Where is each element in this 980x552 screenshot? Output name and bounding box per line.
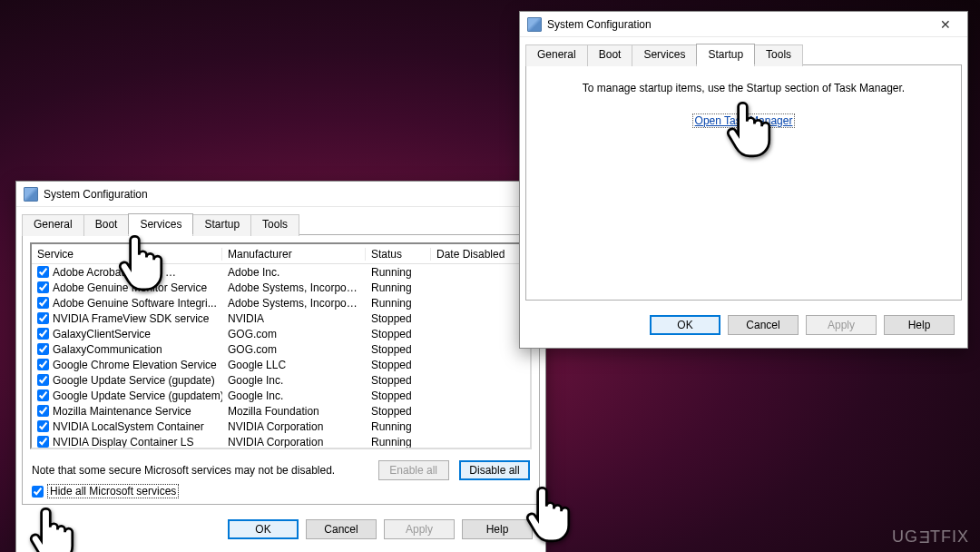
tab-services[interactable]: Services <box>128 213 193 235</box>
col-status[interactable]: Status <box>366 248 431 261</box>
service-row[interactable]: Google Update Service (gupdate)Google In… <box>32 372 530 388</box>
service-name: GalaxyClientService <box>53 328 151 340</box>
tab-general[interactable]: General <box>22 214 84 236</box>
service-name: NVIDIA Display Container LS <box>53 436 193 448</box>
startup-page: To manage startup items, use the Startup… <box>525 64 962 301</box>
service-manufacturer: NVIDIA Corporation <box>222 436 366 448</box>
tab-boot[interactable]: Boot <box>83 214 130 236</box>
service-manufacturer: GOG.com <box>222 328 366 340</box>
service-name: Adobe Genuine Software Integri... <box>53 297 217 310</box>
ok-button[interactable]: OK <box>228 519 299 539</box>
service-status: Stopped <box>366 328 431 340</box>
service-status: Stopped <box>366 343 431 356</box>
service-checkbox[interactable] <box>37 312 49 324</box>
help-button[interactable]: Help <box>884 315 955 335</box>
service-checkbox[interactable] <box>37 328 49 340</box>
startup-message: To manage startup items, use the Startup… <box>526 65 961 98</box>
tab-tools[interactable]: Tools <box>754 44 803 66</box>
service-checkbox[interactable] <box>37 266 49 278</box>
service-row[interactable]: Adobe Acrobat Update …Adobe Inc.Running <box>32 264 530 280</box>
service-name: Adobe Acrobat Update … <box>53 266 176 279</box>
service-manufacturer: Adobe Systems, Incorpora... <box>222 281 366 294</box>
col-date-disabled[interactable]: Date Disabled <box>431 248 520 261</box>
col-service[interactable]: Service <box>32 248 222 261</box>
service-row[interactable]: Google Update Service (gupdatem)Google I… <box>32 388 530 403</box>
service-name: Adobe Genuine Monitor Service <box>53 281 207 294</box>
help-button[interactable]: Help <box>462 519 533 539</box>
service-name: Mozilla Maintenance Service <box>53 405 191 418</box>
service-manufacturer: NVIDIA <box>222 312 366 325</box>
service-status: Running <box>366 281 431 294</box>
service-status: Stopped <box>366 389 431 402</box>
col-manufacturer[interactable]: Manufacturer <box>222 248 366 261</box>
cancel-button[interactable]: Cancel <box>306 519 377 539</box>
dialog-buttons: OK Cancel Apply Help <box>520 306 967 348</box>
apply-button[interactable]: Apply <box>806 315 877 335</box>
service-manufacturer: NVIDIA Corporation <box>222 420 366 433</box>
service-name: Google Update Service (gupdate) <box>53 374 215 387</box>
service-row[interactable]: Mozilla Maintenance ServiceMozilla Found… <box>32 403 530 419</box>
service-row[interactable]: GalaxyCommunicationGOG.comStopped <box>32 341 530 357</box>
service-row[interactable]: NVIDIA FrameView SDK serviceNVIDIAStoppe… <box>32 310 530 326</box>
service-row[interactable]: Adobe Genuine Monitor ServiceAdobe Syste… <box>32 280 530 295</box>
tab-startup[interactable]: Startup <box>696 44 755 65</box>
titlebar[interactable]: System Configuration ✕ <box>520 12 967 37</box>
tab-boot[interactable]: Boot <box>587 44 633 66</box>
service-row[interactable]: NVIDIA Display Container LSNVIDIA Corpor… <box>32 434 530 449</box>
service-checkbox[interactable] <box>37 389 49 401</box>
ok-button[interactable]: OK <box>650 315 720 335</box>
service-name: Google Chrome Elevation Service <box>53 359 217 371</box>
service-checkbox[interactable] <box>37 420 49 432</box>
window-title: System Configuration <box>44 188 542 201</box>
system-configuration-window-startup: System Configuration ✕ General Boot Serv… <box>519 11 968 349</box>
service-checkbox[interactable] <box>37 374 49 386</box>
service-row[interactable]: GalaxyClientServiceGOG.comStopped <box>32 326 530 341</box>
service-checkbox[interactable] <box>37 281 49 293</box>
enable-all-button[interactable]: Enable all <box>378 460 449 480</box>
service-row[interactable]: NVIDIA LocalSystem ContainerNVIDIA Corpo… <box>32 419 530 434</box>
disable-all-button[interactable]: Disable all <box>459 460 530 480</box>
service-row[interactable]: Google Chrome Elevation ServiceGoogle LL… <box>32 357 530 372</box>
hide-ms-services-checkbox[interactable] <box>32 486 44 498</box>
msconfig-icon <box>527 17 542 32</box>
service-status: Stopped <box>366 405 431 418</box>
service-status: Stopped <box>366 374 431 387</box>
tab-services[interactable]: Services <box>632 44 697 66</box>
service-checkbox[interactable] <box>37 436 49 448</box>
services-page: Service Manufacturer Status Date Disable… <box>22 234 540 505</box>
service-name: GalaxyCommunication <box>53 343 162 356</box>
service-status: Running <box>366 420 431 433</box>
service-row[interactable]: Adobe Genuine Software Integri...Adobe S… <box>32 295 530 310</box>
service-manufacturer: Google Inc. <box>222 389 366 402</box>
tab-general[interactable]: General <box>525 44 588 66</box>
services-columns[interactable]: Service Manufacturer Status Date Disable… <box>32 244 530 264</box>
hide-ms-services-label[interactable]: Hide all Microsoft services <box>47 484 179 498</box>
service-status: Stopped <box>366 359 431 371</box>
services-list[interactable]: Service Manufacturer Status Date Disable… <box>30 242 532 449</box>
service-status: Running <box>366 297 431 310</box>
close-button[interactable]: ✕ <box>927 12 964 37</box>
service-status: Stopped <box>366 312 431 325</box>
service-checkbox[interactable] <box>37 405 49 417</box>
cancel-button[interactable]: Cancel <box>728 315 799 335</box>
service-name: Google Update Service (gupdatem) <box>53 389 222 402</box>
service-manufacturer: Google LLC <box>222 359 366 371</box>
service-checkbox[interactable] <box>37 297 49 309</box>
open-task-manager-link[interactable]: Open Task Manager <box>692 113 796 128</box>
watermark: UGETFIX <box>892 527 969 547</box>
close-icon: ✕ <box>940 17 951 32</box>
msconfig-icon <box>24 187 38 202</box>
service-checkbox[interactable] <box>37 343 49 355</box>
service-manufacturer: Adobe Systems, Incorpora... <box>222 297 366 310</box>
service-name: NVIDIA LocalSystem Container <box>53 420 204 433</box>
tab-tools[interactable]: Tools <box>250 214 299 236</box>
service-status: Running <box>366 266 431 279</box>
dialog-buttons: OK Cancel Apply Help <box>16 510 545 552</box>
tab-strip: General Boot Services Startup Tools <box>520 37 967 64</box>
service-status: Running <box>366 436 431 448</box>
tab-strip: General Boot Services Startup Tools <box>16 207 545 234</box>
service-checkbox[interactable] <box>37 359 49 370</box>
tab-startup[interactable]: Startup <box>192 214 251 236</box>
apply-button[interactable]: Apply <box>384 519 455 539</box>
titlebar[interactable]: System Configuration <box>16 182 545 207</box>
